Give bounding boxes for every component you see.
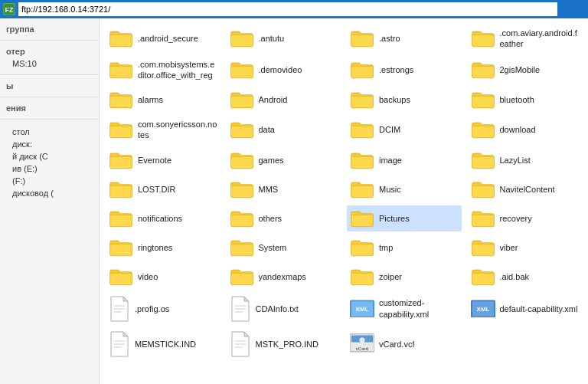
file-name: viber	[500, 242, 518, 253]
file-item[interactable]: others	[227, 205, 341, 231]
folder-icon	[350, 267, 374, 287]
folder-icon	[471, 267, 495, 287]
folder-icon	[109, 90, 133, 110]
sidebar-item-desktop[interactable]: стол	[6, 126, 93, 138]
file-item[interactable]: .demovideo	[227, 56, 341, 84]
file-item[interactable]: LazyList	[468, 147, 583, 173]
file-item[interactable]: video	[106, 264, 220, 290]
file-item[interactable]: ringtones	[106, 235, 220, 261]
file-item[interactable]: MSTK_PRO.IND	[227, 328, 341, 360]
sidebar-divider-1	[0, 40, 99, 41]
sidebar-section-y: ы	[0, 78, 99, 94]
doc-icon	[109, 331, 130, 357]
file-name: CDAInfo.txt	[256, 304, 299, 314]
file-item[interactable]: MMS	[227, 176, 341, 202]
file-name: .estrongs	[379, 64, 413, 75]
file-item[interactable]: .astro	[347, 25, 462, 53]
sidebar-item-e[interactable]: ив (E:)	[6, 162, 93, 175]
file-item[interactable]: CDAInfo.txt	[227, 293, 341, 325]
file-name: data	[259, 124, 275, 135]
file-item[interactable]: .com.aviary.android.feather	[468, 25, 583, 53]
folder-icon	[471, 238, 495, 258]
xml-icon: XML	[350, 297, 374, 320]
file-name: tmp	[379, 242, 393, 253]
file-item[interactable]: bluetooth	[468, 87, 583, 113]
file-item[interactable]: notifications	[106, 205, 220, 231]
address-bar[interactable]	[18, 2, 557, 16]
file-item[interactable]: tmp	[347, 235, 462, 261]
file-item[interactable]: DCIM	[347, 116, 462, 144]
file-item[interactable]: XML default-capability.xml	[468, 293, 583, 325]
file-area: .android_secure .antutu .astro .com.avia…	[100, 18, 588, 384]
file-item[interactable]: .estrongs	[347, 56, 462, 84]
file-item[interactable]: backups	[347, 87, 462, 113]
sidebar-item-c[interactable]: й диск (С	[6, 150, 93, 162]
file-item[interactable]: System	[227, 235, 341, 261]
folder-icon	[109, 238, 133, 258]
sidebar-item-optical[interactable]: дисковод (	[6, 187, 93, 199]
file-item[interactable]: .aid.bak	[468, 264, 583, 290]
file-name: Music	[379, 184, 401, 195]
sidebar-item-ms10[interactable]: МS:10	[6, 57, 93, 70]
file-item[interactable]: .com.mobisystems.editor.office_with_reg	[106, 56, 220, 84]
file-item[interactable]: Android	[227, 87, 341, 113]
file-item[interactable]: zoiper	[347, 264, 462, 290]
file-item[interactable]: Evernote	[106, 147, 220, 173]
file-name: download	[500, 124, 536, 135]
file-item[interactable]: 2gisMobile	[468, 56, 583, 84]
file-item[interactable]: image	[347, 147, 462, 173]
file-name: recovery	[500, 213, 532, 224]
sidebar-title-oter: отер	[6, 47, 93, 56]
file-name: .astro	[379, 33, 400, 44]
file-item[interactable]: data	[227, 116, 341, 144]
file-name: .android_secure	[138, 33, 198, 44]
file-item[interactable]: games	[227, 147, 341, 173]
sidebar-title-en: ения	[6, 103, 93, 113]
file-name: LOST.DIR	[138, 184, 176, 195]
file-name: .com.aviary.android.feather	[500, 28, 580, 50]
svg-text:vCard: vCard	[356, 346, 369, 351]
file-item[interactable]: .profig.os	[106, 293, 220, 325]
file-item[interactable]: LOST.DIR	[106, 176, 220, 202]
file-item[interactable]: .android_secure	[106, 25, 220, 53]
file-name: MSTK_PRO.IND	[256, 339, 319, 350]
file-name: video	[138, 271, 158, 282]
folder-icon	[350, 28, 374, 48]
svg-text:XML: XML	[476, 306, 489, 313]
file-item[interactable]: Pictures	[347, 205, 462, 231]
file-item[interactable]: download	[468, 116, 583, 144]
folder-icon	[230, 60, 254, 80]
file-item[interactable]: viber	[468, 235, 583, 261]
svg-point-23	[359, 337, 364, 343]
file-name: others	[259, 213, 283, 224]
file-grid: .android_secure .antutu .astro .com.avia…	[106, 25, 582, 360]
sidebar-divider-4	[0, 119, 99, 120]
sidebar-item-f[interactable]: (F:)	[6, 175, 93, 187]
doc-icon	[230, 331, 251, 357]
file-name: NavitelContent	[500, 184, 555, 195]
sidebar-section-drives: стол диск: й диск (С ив (E:) (F:) дисков…	[0, 123, 99, 201]
folder-icon	[230, 179, 254, 199]
folder-icon	[350, 179, 374, 199]
file-name: .demovideo	[259, 64, 302, 75]
file-item[interactable]: Music	[347, 176, 462, 202]
file-item[interactable]: MEMSTICK.IND	[106, 328, 220, 360]
file-name: default-capability.xml	[500, 304, 578, 314]
folder-icon	[109, 267, 133, 287]
file-item[interactable]: NavitelContent	[468, 176, 583, 202]
file-item[interactable]: XML customized-capability.xml	[347, 293, 462, 325]
file-item[interactable]: com.sonyericsson.notes	[106, 116, 220, 144]
folder-icon	[350, 90, 374, 110]
file-item[interactable]: .antutu	[227, 25, 341, 53]
file-item[interactable]: recovery	[468, 205, 583, 231]
file-name: MMS	[259, 184, 279, 195]
file-name: ringtones	[138, 242, 172, 253]
file-item[interactable]: alarms	[106, 87, 220, 113]
folder-icon	[230, 208, 254, 228]
sidebar-divider-2	[0, 74, 99, 75]
sidebar-divider-3	[0, 97, 99, 97]
file-item[interactable]: yandexmaps	[227, 264, 341, 290]
sidebar-item-disk[interactable]: диск:	[6, 138, 93, 150]
file-item[interactable]: vCard vCard.vcf	[347, 328, 462, 360]
folder-icon	[471, 150, 495, 170]
